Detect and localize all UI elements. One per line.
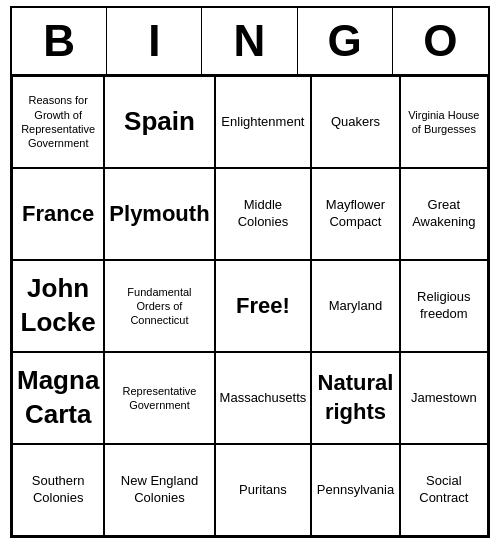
bingo-header: BINGO xyxy=(12,8,488,76)
bingo-cell-10: John Locke xyxy=(12,260,104,352)
bingo-cell-12: Free! xyxy=(215,260,312,352)
bingo-cell-17: Massachusetts xyxy=(215,352,312,444)
bingo-cell-20: Southern Colonies xyxy=(12,444,104,536)
bingo-cell-1: Spain xyxy=(104,76,214,168)
bingo-cell-14: Religious freedom xyxy=(400,260,488,352)
bingo-cell-8: Mayflower Compact xyxy=(311,168,399,260)
bingo-cell-15: Magna Carta xyxy=(12,352,104,444)
bingo-cell-3: Quakers xyxy=(311,76,399,168)
bingo-cell-23: Pennsylvania xyxy=(311,444,399,536)
bingo-cell-24: Social Contract xyxy=(400,444,488,536)
bingo-cell-2: Enlightenment xyxy=(215,76,312,168)
bingo-cell-9: Great Awakening xyxy=(400,168,488,260)
bingo-cell-19: Jamestown xyxy=(400,352,488,444)
bingo-cell-7: Middle Colonies xyxy=(215,168,312,260)
bingo-cell-13: Maryland xyxy=(311,260,399,352)
bingo-card: BINGO Reasons for Growth of Representati… xyxy=(10,6,490,538)
bingo-cell-4: Virginia House of Burgesses xyxy=(400,76,488,168)
bingo-letter-b: B xyxy=(12,8,107,74)
bingo-cell-11: Fundamental Orders of Connecticut xyxy=(104,260,214,352)
bingo-cell-0: Reasons for Growth of Representative Gov… xyxy=(12,76,104,168)
bingo-cell-21: New England Colonies xyxy=(104,444,214,536)
bingo-letter-g: G xyxy=(298,8,393,74)
bingo-letter-n: N xyxy=(202,8,297,74)
bingo-cell-18: Natural rights xyxy=(311,352,399,444)
bingo-grid: Reasons for Growth of Representative Gov… xyxy=(12,76,488,536)
bingo-letter-o: O xyxy=(393,8,488,74)
bingo-cell-16: Representative Government xyxy=(104,352,214,444)
bingo-cell-6: Plymouth xyxy=(104,168,214,260)
bingo-cell-22: Puritans xyxy=(215,444,312,536)
bingo-letter-i: I xyxy=(107,8,202,74)
bingo-cell-5: France xyxy=(12,168,104,260)
